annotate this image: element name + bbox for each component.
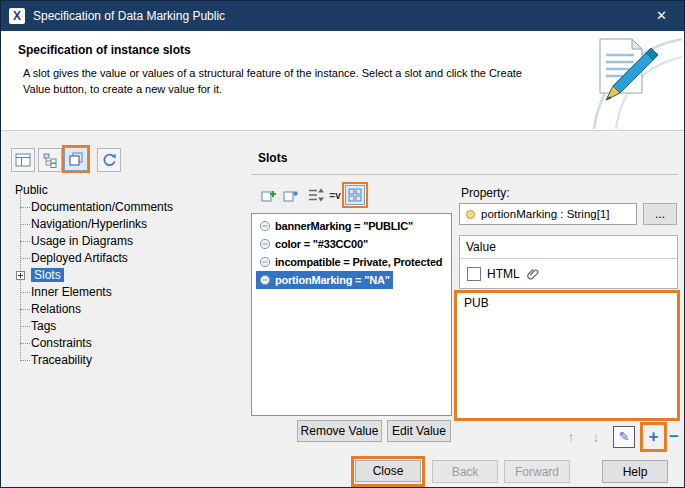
header-description-line2: Value button, to create a new value for … xyxy=(23,81,522,97)
app-icon: X xyxy=(9,8,25,24)
header-title: Specification of instance slots xyxy=(18,43,191,57)
move-value-up-button: ↑ xyxy=(561,426,581,448)
tree-item-inner-elements[interactable]: Inner Elements xyxy=(9,284,244,301)
tree-item-relations[interactable]: Relations xyxy=(9,301,244,318)
slots-list: bannerMarking = "PUBLIC" color = "#33CC0… xyxy=(251,213,452,416)
property-icon xyxy=(465,209,476,220)
specification-tree: Public Documentation/Comments Navigation… xyxy=(9,182,244,374)
annotation-highlight-view-icon xyxy=(62,145,90,173)
close-button[interactable]: Close xyxy=(355,460,421,482)
forward-button: Forward xyxy=(504,460,570,483)
property-field[interactable]: portionMarking : String[1] xyxy=(459,203,637,225)
document-pencil-icon xyxy=(550,31,682,129)
tree-item-navigation[interactable]: Navigation/Hyperlinks xyxy=(9,216,244,233)
html-checkbox[interactable] xyxy=(467,267,481,281)
section-separator xyxy=(251,174,678,175)
specification-dialog: X Specification of Data Marking Public ✕… xyxy=(0,0,685,488)
slot-icon xyxy=(259,256,271,268)
slot-item-color[interactable]: color = "#33CC00" xyxy=(252,235,451,253)
html-option-row: HTML xyxy=(460,260,677,288)
section-title: Slots xyxy=(258,151,287,165)
value-panel: Value HTML xyxy=(459,235,678,289)
tree-item-deployed-artifacts[interactable]: Deployed Artifacts xyxy=(9,250,244,267)
tree-item-public[interactable]: Public xyxy=(9,182,244,199)
attachment-icon[interactable] xyxy=(526,267,540,281)
create-value-icon[interactable] xyxy=(259,185,279,205)
annotation-highlight-grid-icon xyxy=(342,182,368,208)
html-checkbox-label: HTML xyxy=(487,267,520,281)
reorder-icon[interactable] xyxy=(306,185,326,205)
expand-icon[interactable] xyxy=(16,271,25,280)
slot-item-portion-marking[interactable]: portionMarking = "NA" xyxy=(252,271,451,289)
header-description-line1: A slot gives the value or values of a st… xyxy=(23,65,522,81)
add-value-button[interactable]: + xyxy=(643,425,664,449)
annotation-highlight-add-value: + xyxy=(640,422,667,452)
tree-view-icon[interactable] xyxy=(38,148,62,172)
tree-item-traceability[interactable]: Traceability xyxy=(9,352,244,369)
grid-view-icon[interactable] xyxy=(345,185,365,205)
help-button[interactable]: Help xyxy=(602,460,668,483)
tree-item-tags[interactable]: Tags xyxy=(9,318,244,335)
window-close-icon[interactable]: ✕ xyxy=(639,1,684,31)
browse-property-button[interactable]: ... xyxy=(643,203,677,225)
properties-view-icon[interactable] xyxy=(11,148,35,172)
refresh-icon[interactable] xyxy=(97,148,121,172)
tree-item-documentation[interactable]: Documentation/Comments xyxy=(9,199,244,216)
tree-item-slots[interactable]: Slots xyxy=(9,267,244,284)
value-text-editor[interactable]: PUB xyxy=(457,293,677,418)
edit-value-button[interactable]: Edit Value xyxy=(387,420,451,442)
remove-value-button[interactable]: Remove Value xyxy=(297,420,382,442)
slot-icon xyxy=(259,238,271,250)
value-column-header: Value xyxy=(460,236,677,259)
move-value-down-button: ↓ xyxy=(586,426,606,448)
slot-icon xyxy=(259,274,271,286)
property-label: Property: xyxy=(461,186,510,200)
tree-item-constraints[interactable]: Constraints xyxy=(9,335,244,352)
window-title: Specification of Data Marking Public xyxy=(33,1,225,31)
slot-item-banner-marking[interactable]: bannerMarking = "PUBLIC" xyxy=(252,217,451,235)
back-button: Back xyxy=(432,460,498,483)
annotation-highlight-value-editor: PUB xyxy=(454,290,680,421)
dialog-header: Specification of instance slots A slot g… xyxy=(1,31,684,131)
edit-value-icon-button[interactable]: ✎ xyxy=(613,426,635,448)
remove-value-icon-button[interactable]: − xyxy=(665,426,683,448)
tree-item-usage-in-diagrams[interactable]: Usage in Diagrams xyxy=(9,233,244,250)
slot-icon xyxy=(259,220,271,232)
compartments-view-icon[interactable] xyxy=(64,147,88,171)
header-description: A slot gives the value or values of a st… xyxy=(23,65,522,97)
slot-item-incompatible[interactable]: incompatible = Private, Protected xyxy=(252,253,451,271)
title-bar: X Specification of Data Marking Public ✕ xyxy=(1,1,684,31)
annotation-highlight-close: Close xyxy=(351,456,425,487)
create-default-value-icon[interactable] xyxy=(281,185,301,205)
